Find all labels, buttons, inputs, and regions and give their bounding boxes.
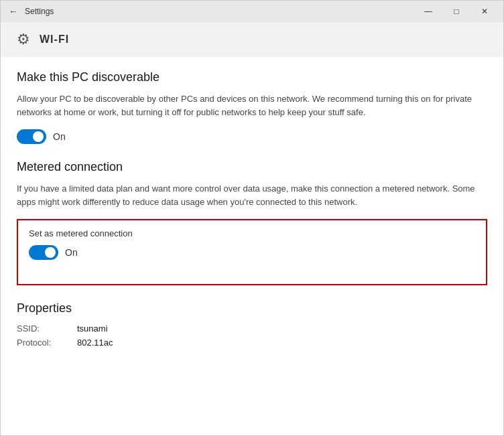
ssid-value: tsunami: [77, 323, 108, 334]
title-bar-left: ← Settings: [9, 6, 54, 17]
discoverable-section: Make this PC discoverable Allow your PC …: [17, 70, 487, 144]
title-bar-controls: — □ ✕: [415, 1, 498, 22]
properties-section: Properties SSID: tsunami Protocol: 802.1…: [17, 301, 487, 348]
window-title: Settings: [25, 7, 54, 16]
metered-box: Set as metered connection On: [17, 219, 487, 285]
properties-title: Properties: [17, 301, 487, 315]
table-row: Protocol: 802.11ac: [17, 338, 487, 348]
discoverable-toggle-label: On: [53, 131, 66, 142]
discoverable-description: Allow your PC to be discoverable by othe…: [17, 92, 487, 119]
metered-section: Metered connection If you have a limited…: [17, 160, 487, 285]
title-bar: ← Settings — □ ✕: [1, 1, 503, 22]
metered-toggle-label: On: [65, 247, 78, 258]
ssid-key: SSID:: [17, 323, 77, 334]
close-button[interactable]: ✕: [471, 1, 498, 22]
settings-page-title: WI-FI: [40, 33, 69, 46]
properties-table: SSID: tsunami Protocol: 802.11ac: [17, 323, 487, 348]
wifi-settings-icon: ⚙: [17, 31, 30, 48]
metered-box-label: Set as metered connection: [29, 228, 475, 238]
metered-toggle-row: On: [29, 245, 475, 260]
back-icon[interactable]: ←: [9, 6, 18, 17]
maximize-button[interactable]: □: [443, 1, 470, 22]
settings-window: ← Settings — □ ✕ ⚙ WI-FI Make this PC di…: [0, 0, 504, 436]
discoverable-title: Make this PC discoverable: [17, 70, 487, 84]
minimize-button[interactable]: —: [415, 1, 442, 22]
discoverable-toggle-row: On: [17, 129, 487, 144]
protocol-key: Protocol:: [17, 338, 77, 348]
settings-header: ⚙ WI-FI: [1, 22, 503, 57]
table-row: SSID: tsunami: [17, 323, 487, 334]
discoverable-toggle[interactable]: [17, 129, 46, 144]
metered-toggle[interactable]: [29, 245, 58, 260]
metered-description: If you have a limited data plan and want…: [17, 182, 487, 208]
content-area: Make this PC discoverable Allow your PC …: [1, 57, 503, 435]
protocol-value: 802.11ac: [77, 338, 113, 348]
metered-title: Metered connection: [17, 160, 487, 174]
